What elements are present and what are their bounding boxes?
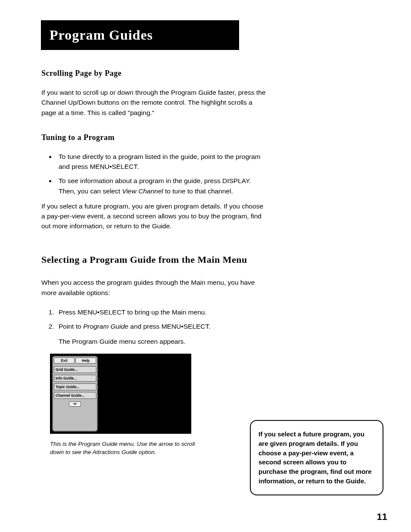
chapter-title: Program Guides — [41, 20, 239, 50]
menu-scroll-down-icon — [69, 401, 81, 407]
step-list: Press MENU•SELECT to bring up the Main m… — [41, 307, 266, 332]
figure-caption: This is the Program Guide menu. Use the … — [50, 440, 209, 457]
list-item: To see information about a program in th… — [56, 176, 266, 196]
paragraph: If you want to scroll up or down through… — [41, 87, 266, 118]
paragraph: When you access the program guides throu… — [41, 277, 266, 298]
menu-item-grid-guide: Grid Guide... — [54, 366, 96, 373]
list-item: Press MENU•SELECT to bring up the Main m… — [56, 307, 266, 317]
menu-help-tab: Help — [75, 358, 96, 364]
emphasis: View Channel — [122, 187, 163, 195]
menu-exit-tab: Exit — [54, 358, 75, 364]
text: Point to — [59, 323, 83, 330]
page-number: 11 — [377, 511, 387, 523]
text: to tune to that channel. — [163, 187, 233, 195]
step-result: The Program Guide menu screen appears. — [59, 336, 266, 346]
heading-selecting: Selecting a Program Guide from the Main … — [41, 253, 266, 267]
menu-item-topic-guide: Topic Guide... — [54, 383, 96, 390]
program-guide-menu-figure: Exit Help Grid Guide... Info Guide... To… — [50, 354, 191, 434]
menu-item-channel-guide: Channel Guide... — [54, 392, 96, 399]
paragraph: If you select a future program, you are … — [41, 201, 266, 231]
bullet-list: To tune directly to a program listed in … — [41, 152, 266, 196]
heading-scrolling: Scrolling Page by Page — [41, 69, 266, 78]
menu-item-info-guide: Info Guide... — [54, 375, 96, 382]
list-item: Point to Program Guide and press MENU•SE… — [56, 321, 266, 331]
heading-tuning: Tuning to a Program — [41, 133, 266, 142]
emphasis: Program Guide — [83, 323, 128, 330]
menu-panel: Exit Help Grid Guide... Info Guide... To… — [52, 356, 98, 432]
list-item: To tune directly to a program listed in … — [56, 152, 266, 172]
sidebar-note: If you select a future program, you are … — [250, 420, 383, 495]
menu-topbar: Exit Help — [54, 358, 96, 364]
text: and press MENU•SELECT. — [128, 323, 211, 330]
main-content: Scrolling Page by Page If you want to sc… — [41, 69, 266, 457]
